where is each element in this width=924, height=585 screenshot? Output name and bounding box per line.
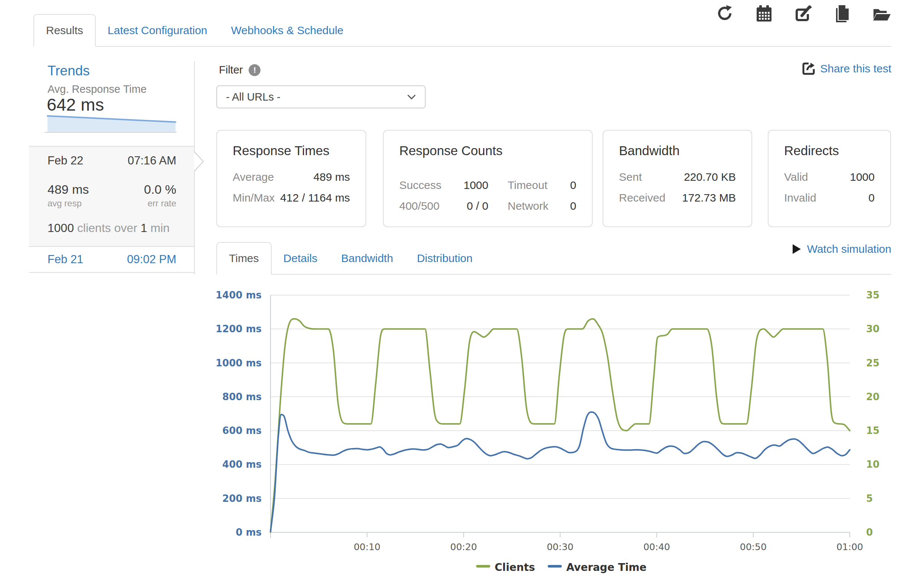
svg-text:1200 ms: 1200 ms [216, 323, 262, 334]
svg-text:0: 0 [866, 527, 873, 538]
times-chart: 0 ms200 ms400 ms600 ms800 ms1000 ms1200 … [216, 280, 892, 585]
url-filter-value: - All URLs - [226, 91, 280, 103]
share-icon [802, 62, 815, 75]
stat-label: Average [233, 171, 274, 183]
tab-results[interactable]: Results [33, 14, 96, 47]
refresh-icon[interactable] [716, 4, 734, 23]
stat-value: 172.73 MB [682, 192, 736, 204]
svg-text:25: 25 [866, 357, 879, 369]
share-link-label: Share this test [820, 62, 891, 75]
stat-label: Min/Max [233, 192, 275, 204]
history-item-selected[interactable]: Feb 22 07:16 AM 489 ms 0.0 % avg resp er… [29, 146, 194, 247]
edit-icon[interactable] [794, 4, 813, 23]
card-title: Response Counts [399, 143, 576, 158]
info-icon[interactable]: ! [249, 64, 261, 76]
svg-text:15: 15 [866, 425, 879, 436]
trends-title: Trends [48, 63, 90, 79]
stat-label: Received [619, 192, 665, 204]
svg-text:400 ms: 400 ms [222, 459, 262, 470]
test-history-list: Feb 22 07:16 AM 489 ms 0.0 % avg resp er… [29, 146, 194, 273]
series-clients [271, 319, 850, 532]
filter-label-row: Filter ! [219, 64, 261, 76]
trend-sparkline [45, 114, 177, 133]
stat-value: 489 ms [314, 171, 350, 183]
history-time: 07:16 AM [128, 154, 176, 167]
history-err-label: err rate [148, 198, 176, 208]
x-axis-labels: 00:1000:2000:3000:4000:5001:00 [354, 532, 863, 552]
svg-text:00:50: 00:50 [740, 542, 767, 552]
left-axis-labels: 0 ms200 ms400 ms600 ms800 ms1000 ms1200 … [216, 289, 262, 538]
folder-open-icon[interactable] [873, 4, 891, 23]
tab-bandwidth[interactable]: Bandwidth [329, 243, 405, 274]
svg-text:10: 10 [866, 459, 879, 470]
svg-text:00:30: 00:30 [546, 542, 573, 552]
chevron-down-icon [407, 94, 416, 99]
stat-label: Success [399, 179, 441, 192]
results-page: Results Latest Configuration Webhooks & … [0, 0, 924, 585]
duration-unit: min [147, 221, 170, 235]
svg-text:35: 35 [866, 289, 879, 301]
calendar-icon[interactable] [755, 4, 773, 23]
clients-text: clients over [74, 221, 141, 235]
svg-text:20: 20 [866, 391, 879, 402]
history-avg-label: avg resp [48, 198, 82, 208]
right-axis-labels: 05101520253035 [866, 289, 879, 538]
url-filter-select[interactable]: - All URLs - [216, 85, 426, 108]
stat-label: Valid [784, 171, 808, 183]
tab-details[interactable]: Details [272, 243, 330, 274]
stat-value: 0 [570, 200, 576, 212]
filter-label: Filter [219, 64, 243, 76]
svg-text:1000 ms: 1000 ms [216, 357, 262, 369]
svg-text:5: 5 [866, 493, 873, 504]
series-average-time [271, 412, 850, 532]
watch-simulation-label: Watch simulation [807, 243, 891, 255]
tab-latest-configuration[interactable]: Latest Configuration [96, 15, 219, 46]
history-date: Feb 21 [48, 253, 84, 266]
toolbar [716, 4, 891, 23]
svg-text:600 ms: 600 ms [222, 425, 262, 436]
history-item-feb21[interactable]: Feb 21 09:02 PM [29, 247, 194, 273]
stat-value: 0 / 0 [467, 200, 488, 212]
history-clients-summary: 1000 clients over 1 min [48, 221, 176, 235]
card-title: Bandwidth [619, 143, 736, 158]
svg-text:00:20: 00:20 [450, 542, 477, 552]
history-time: 09:02 PM [127, 253, 176, 266]
chart-nav-tabs: Times Details Bandwidth Distribution [216, 241, 891, 275]
stat-value: 0 [868, 192, 874, 204]
share-test-link[interactable]: Share this test [802, 62, 891, 75]
svg-text:01:00: 01:00 [837, 542, 863, 552]
card-response-counts: Response Counts Success1000 400/5000 / 0… [383, 130, 592, 227]
stat-label: Network [508, 200, 548, 212]
stat-label: Timeout [508, 179, 547, 192]
svg-text:00:40: 00:40 [644, 542, 670, 552]
stat-value: 412 / 1164 ms [280, 192, 350, 204]
tab-times[interactable]: Times [216, 242, 272, 275]
copy-document-icon[interactable] [833, 4, 852, 23]
svg-text:1400 ms: 1400 ms [216, 289, 262, 301]
card-redirects: Redirects Valid1000 Invalid0 [768, 130, 891, 227]
card-response-times: Response Times Average489 ms Min/Max412 … [216, 130, 366, 227]
duration-count: 1 [141, 221, 147, 235]
tab-webhooks-schedule[interactable]: Webhooks & Schedule [219, 15, 355, 46]
play-icon [792, 244, 801, 254]
svg-text:0 ms: 0 ms [236, 527, 262, 538]
card-bandwidth: Bandwidth Sent220.70 KB Received172.73 M… [603, 130, 752, 227]
watch-simulation-link[interactable]: Watch simulation [792, 243, 891, 255]
card-title: Response Times [233, 143, 350, 158]
stat-label: 400/500 [399, 200, 439, 212]
stat-value: 0 [570, 179, 576, 192]
svg-text:200 ms: 200 ms [222, 493, 262, 504]
avg-response-time-label: Avg. Response Time [48, 83, 147, 96]
history-date: Feb 22 [48, 154, 84, 167]
avg-response-time-value: 642 ms [47, 94, 104, 115]
svg-text:Clients: Clients [495, 561, 535, 573]
tab-distribution[interactable]: Distribution [405, 243, 484, 274]
selected-item-arrow [194, 151, 204, 172]
gridlines [271, 295, 850, 532]
stat-label: Sent [619, 171, 642, 183]
stat-value: 1000 [850, 171, 874, 183]
svg-text:800 ms: 800 ms [222, 391, 262, 402]
stat-value: 1000 [464, 179, 488, 192]
svg-text:30: 30 [866, 323, 879, 334]
history-err-value: 0.0 % [144, 182, 176, 197]
